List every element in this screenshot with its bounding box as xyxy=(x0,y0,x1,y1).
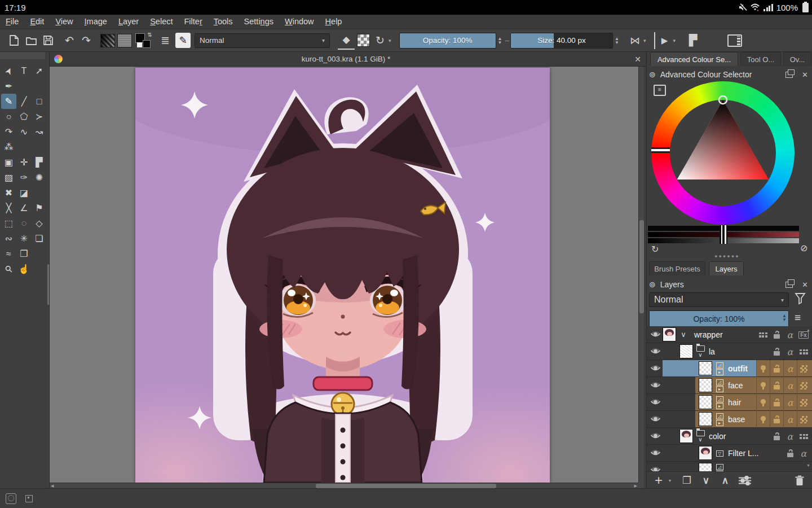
preserve-alpha-button[interactable] xyxy=(355,32,372,49)
float-docker-icon[interactable] xyxy=(785,282,793,288)
add-layer-caret-icon[interactable]: ▾ xyxy=(667,472,673,488)
splitter-handle[interactable]: ●●●●●● xyxy=(714,255,745,257)
lock-toggle[interactable] xyxy=(770,326,783,343)
magnetic-select-tool[interactable]: ≈ xyxy=(1,246,16,261)
rect-select-tool[interactable]: ⬚ xyxy=(1,216,16,231)
measure-tool[interactable]: ∠ xyxy=(16,200,32,216)
clear-shades-icon[interactable]: ⊘ xyxy=(800,243,807,253)
brush-presets-button[interactable]: ✎ xyxy=(175,33,191,48)
freehand-select-tool[interactable]: ∾ xyxy=(1,231,16,246)
assistants-tool[interactable]: ╳ xyxy=(1,200,16,216)
shade-handle[interactable] xyxy=(720,238,727,244)
shade-bar-3[interactable] xyxy=(648,238,799,243)
redo-button[interactable]: ↷ xyxy=(78,32,95,49)
layer-visibility-eye-icon[interactable] xyxy=(650,432,661,443)
eraser-mode-button[interactable]: ◆ xyxy=(338,32,355,50)
canvas-vertical-scrollbar[interactable] xyxy=(638,67,644,483)
layer-thumbnail-checker[interactable] xyxy=(699,395,712,409)
polygon-tool[interactable]: ⬠ xyxy=(16,109,32,124)
menu-window[interactable]: Window xyxy=(279,15,320,29)
colorize-mask-tool[interactable]: ✖ xyxy=(1,185,16,200)
lock-toggle[interactable] xyxy=(770,343,783,360)
pan-tool[interactable]: ☝ xyxy=(16,261,32,277)
shade-handle[interactable] xyxy=(720,225,727,231)
layer-visibility-eye-icon[interactable] xyxy=(650,398,661,409)
pattern-edit-tool[interactable]: ✺ xyxy=(32,170,47,185)
canvas-surface[interactable] xyxy=(135,68,550,483)
ellipse-select-tool[interactable]: ◌ xyxy=(16,216,32,231)
bulb-toggle[interactable] xyxy=(756,411,770,428)
new-document-button[interactable] xyxy=(6,32,23,49)
undo-button[interactable]: ↶ xyxy=(61,32,78,49)
paint-badge-icon[interactable]: ◿▸ xyxy=(713,378,726,393)
blend-mode-dropdown[interactable]: Normal ▾ xyxy=(195,33,330,48)
paint-badge-icon[interactable]: ◿▸ xyxy=(713,462,726,471)
ellipse-tool[interactable]: ○ xyxy=(1,109,16,124)
group-badge-icon[interactable]: ∨ xyxy=(694,344,707,360)
update-shades-icon[interactable]: ↻ xyxy=(651,244,659,255)
layer-visibility-eye-icon[interactable] xyxy=(650,331,661,341)
shade-handle[interactable] xyxy=(720,231,727,238)
show-dockers-button[interactable] xyxy=(726,32,743,49)
docker-lock-icon[interactable]: ⊚ xyxy=(649,280,656,289)
layer-properties-button[interactable] xyxy=(735,472,755,488)
layer-thumbnail-char[interactable] xyxy=(699,446,712,460)
move-tool[interactable]: ✛ xyxy=(16,155,32,170)
docker-tab-layers[interactable]: Layers xyxy=(709,261,744,275)
filter-layers-icon[interactable] xyxy=(795,292,806,307)
close-docker-icon[interactable]: ✕ xyxy=(802,71,808,79)
menu-help[interactable]: Help xyxy=(320,15,348,29)
menu-layer[interactable]: Layer xyxy=(113,15,144,29)
layer-name[interactable]: Filter L... xyxy=(728,445,758,462)
alpha-toggle[interactable]: α xyxy=(783,326,797,343)
checker-toggle[interactable] xyxy=(797,411,810,428)
menu-settings[interactable]: Settings xyxy=(239,15,279,29)
opacity-slider[interactable]: Opacity: 100% xyxy=(399,33,496,49)
brush-settings-button[interactable]: ≣ xyxy=(157,32,174,49)
v-scroll-thumb[interactable] xyxy=(639,220,644,313)
layer-visibility-eye-icon[interactable] xyxy=(650,415,661,426)
lock-toggle[interactable] xyxy=(783,445,797,462)
checker-toggle[interactable] xyxy=(797,360,810,377)
polyline-tool[interactable]: ≻ xyxy=(32,109,47,124)
layer-thumbnail-char[interactable] xyxy=(679,429,693,443)
move-layer-up-button[interactable]: ∧ xyxy=(716,472,735,488)
close-document-icon[interactable]: ✕ xyxy=(629,55,646,64)
mirror-v-caret-icon[interactable]: ▾ xyxy=(643,38,646,43)
menu-tools[interactable]: Tools xyxy=(208,15,239,29)
lock-toggle[interactable] xyxy=(770,411,783,428)
layer-thumbnail-checker[interactable] xyxy=(699,412,712,426)
layer-thumbnail-checker[interactable] xyxy=(699,463,712,471)
alpha-toggle[interactable]: α xyxy=(783,428,797,445)
layer-row-la[interactable]: ∨laα xyxy=(647,343,812,360)
alpha-toggle[interactable]: α xyxy=(783,360,797,377)
calligraphy-tool[interactable]: ✒ xyxy=(1,78,16,94)
similar-color-select-tool[interactable]: ✳ xyxy=(16,231,32,246)
docker-tab-brush-presets[interactable]: Brush Presets xyxy=(649,261,705,275)
menu-view[interactable]: View xyxy=(50,15,78,29)
grid-toggle[interactable] xyxy=(797,428,810,445)
layer-opacity-slider[interactable]: Opacity: 100% ▲▼ xyxy=(649,310,789,327)
reload-caret-icon[interactable]: ▾ xyxy=(389,38,391,43)
reload-preset-button[interactable]: ↻ xyxy=(372,32,389,49)
reference-images-tool[interactable]: ⚑ xyxy=(32,200,47,216)
mirror-horizontal-button[interactable]: ▶ xyxy=(654,32,673,49)
layer-row-base[interactable]: ◿▸baseα xyxy=(647,411,812,428)
layer-name[interactable]: face xyxy=(728,377,743,394)
rectangle-tool[interactable]: □ xyxy=(32,94,47,109)
menu-image[interactable]: Image xyxy=(79,15,113,29)
layer-scroll-down-icon[interactable]: ▼ xyxy=(806,463,810,468)
canvas-viewport[interactable] xyxy=(50,67,638,483)
alpha-toggle[interactable]: α xyxy=(783,411,797,428)
paint-badge-icon[interactable]: ◿▸ xyxy=(713,361,726,376)
line-tool[interactable]: ╱ xyxy=(16,94,32,109)
select-shapes-tool[interactable]: ➤ xyxy=(1,63,16,78)
dock-tab-advanced-colour-se-[interactable]: Advanced Colour Se... xyxy=(650,52,738,66)
grid-toggle[interactable] xyxy=(756,326,770,343)
dynamic-brush-tool[interactable]: ↝ xyxy=(32,124,47,139)
alpha-toggle[interactable]: α xyxy=(783,394,797,411)
layer-name[interactable]: hair xyxy=(728,394,741,411)
pattern-chooser[interactable] xyxy=(116,32,133,49)
lock-toggle[interactable] xyxy=(770,394,783,411)
toolbox-header[interactable] xyxy=(0,52,45,59)
